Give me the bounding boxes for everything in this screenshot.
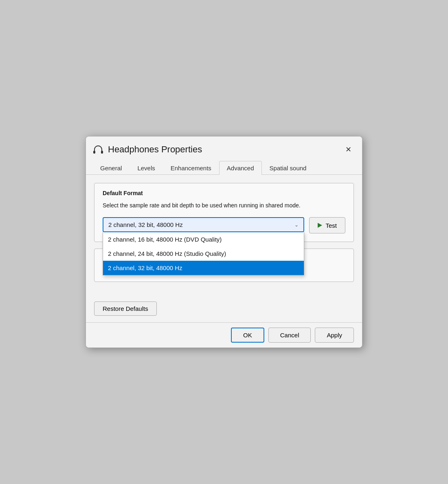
headphones-icon	[92, 144, 104, 155]
test-button-label: Test	[325, 222, 337, 229]
tab-content: Default Format Select the sample rate an…	[86, 175, 362, 295]
svg-rect-1	[101, 151, 103, 154]
tab-bar: General Levels Enhancements Advanced Spa…	[86, 161, 362, 175]
apply-button[interactable]: Apply	[315, 328, 354, 343]
svg-rect-0	[93, 151, 95, 154]
bottom-section: Restore Defaults	[86, 295, 362, 322]
dropdown-option-1[interactable]: 2 channel, 16 bit, 48000 Hz (DVD Quality…	[103, 232, 304, 246]
tab-general[interactable]: General	[92, 161, 130, 175]
tab-advanced[interactable]: Advanced	[219, 161, 262, 175]
format-dropdown[interactable]: 2 channel, 32 bit, 48000 Hz ⌄	[103, 217, 304, 232]
play-icon	[318, 223, 322, 228]
format-dropdown-menu: 2 channel, 16 bit, 48000 Hz (DVD Quality…	[103, 232, 304, 275]
restore-defaults-button[interactable]: Restore Defaults	[94, 301, 157, 316]
tab-spatial-sound[interactable]: Spatial sound	[262, 161, 314, 175]
dialog-title: Headphones Properties	[108, 144, 341, 155]
default-format-title: Default Format	[103, 190, 345, 196]
test-button[interactable]: Test	[309, 217, 345, 233]
default-format-description: Select the sample rate and bit depth to …	[103, 201, 345, 210]
chevron-down-icon: ⌄	[294, 222, 299, 228]
dropdown-selected-value: 2 channel, 32 bit, 48000 Hz	[108, 221, 183, 228]
tab-enhancements[interactable]: Enhancements	[163, 161, 219, 175]
close-button[interactable]: ✕	[341, 142, 356, 157]
default-format-section: Default Format Select the sample rate an…	[94, 183, 354, 242]
ok-button[interactable]: OK	[231, 328, 264, 343]
dropdown-option-2[interactable]: 2 channel, 24 bit, 48000 Hz (Studio Qual…	[103, 246, 304, 261]
title-bar: Headphones Properties ✕	[86, 136, 362, 161]
dialog-footer: OK Cancel Apply	[86, 322, 362, 348]
cancel-button[interactable]: Cancel	[268, 328, 311, 343]
format-row: 2 channel, 32 bit, 48000 Hz ⌄ 2 channel,…	[103, 217, 345, 233]
tab-levels[interactable]: Levels	[130, 161, 163, 175]
dropdown-option-3[interactable]: 2 channel, 32 bit, 48000 Hz	[103, 261, 304, 275]
headphones-properties-dialog: Headphones Properties ✕ General Levels E…	[86, 136, 362, 348]
format-dropdown-wrapper: 2 channel, 32 bit, 48000 Hz ⌄ 2 channel,…	[103, 217, 304, 232]
